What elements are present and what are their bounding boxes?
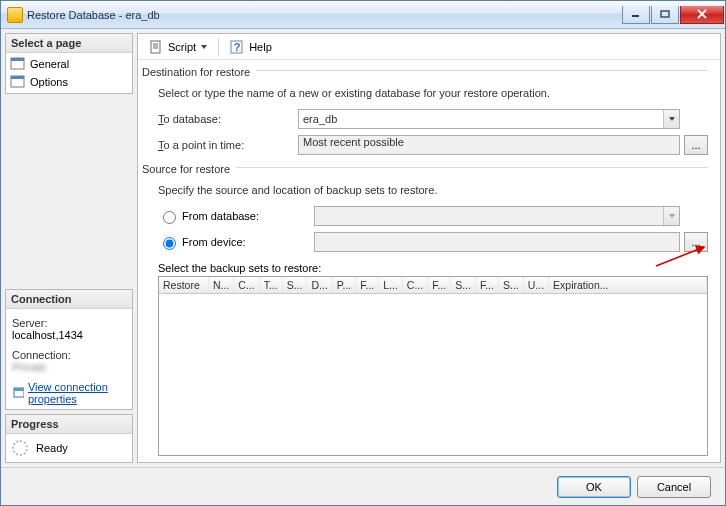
svg-rect-1 [661,11,669,17]
backup-sets-grid[interactable]: RestoreN...C...T...S...D...P...F...L...C… [158,276,708,456]
dropdown-button[interactable] [663,110,679,128]
link-icon [12,386,24,400]
dest-hint: Select or type the name of a new or exis… [158,87,708,99]
from-database-label: From database: [182,210,314,222]
help-label: Help [249,41,272,53]
grid-column-header[interactable]: C... [403,277,428,293]
from-database-radio[interactable] [163,211,176,224]
sidebar-item-options[interactable]: Options [6,73,132,91]
minimize-button[interactable] [622,6,650,24]
dest-section: Destination for restore [158,70,708,79]
from-device-label: From device: [182,236,314,248]
grid-column-header[interactable]: T... [260,277,283,293]
toolbar-separator [218,38,219,56]
to-database-value: era_db [303,113,337,125]
grid-column-header[interactable]: Expiration... [549,277,707,293]
to-database-row: To database: era_db [158,109,708,129]
main-panel: Script ? Help Destination for restore Se… [137,33,721,463]
progress-header: Progress [6,415,132,434]
window-title: Restore Database - era_db [27,9,160,21]
maximize-button[interactable] [651,6,679,24]
connection-panel: Connection Server: localhost,1434 Connec… [5,289,133,410]
grid-column-header[interactable]: Restore [159,277,209,293]
source-section-label: Source for restore [142,163,236,175]
dropdown-arrow-icon [200,43,208,51]
help-button[interactable]: ? Help [225,37,276,57]
grid-header: RestoreN...C...T...S...D...P...F...L...C… [159,277,707,294]
progress-spinner-icon [12,440,28,456]
from-device-row: From device: ... [158,232,708,252]
select-page-panel: Select a page General Options [5,33,133,94]
body: Select a page General Options Connection [1,29,725,467]
connection-body: Server: localhost,1434 Connection: Priva… [6,309,132,409]
server-value: localhost,1434 [12,329,126,341]
window: Restore Database - era_db Select a page … [0,0,726,506]
footer: OK Cancel [1,467,725,505]
app-icon [7,7,23,23]
content: Destination for restore Select or type t… [138,60,720,462]
help-icon: ? [229,39,245,55]
dropdown-button-disabled [663,207,679,225]
script-icon [148,39,164,55]
from-device-radio[interactable] [163,237,176,250]
sidebar-item-general[interactable]: General [6,55,132,73]
close-button[interactable] [680,6,724,24]
to-database-label: To database: [158,113,298,125]
grid-column-header[interactable]: N... [209,277,234,293]
to-database-combo[interactable]: era_db [298,109,680,129]
source-section: Source for restore [158,167,708,176]
sidebar-item-label: Options [30,76,68,88]
grid-column-header[interactable]: S... [451,277,476,293]
view-connection-link[interactable]: View connection properties [28,381,126,405]
page-icon [10,75,26,89]
grid-column-header[interactable]: L... [379,277,403,293]
page-icon [10,57,26,71]
grid-column-header[interactable]: F... [428,277,451,293]
to-point-browse-button[interactable]: ... [684,135,708,155]
dest-section-label: Destination for restore [142,66,256,78]
grid-column-header[interactable]: S... [499,277,524,293]
progress-status: Ready [36,442,68,454]
grid-column-header[interactable]: P... [333,277,356,293]
grid-column-header[interactable]: D... [307,277,332,293]
svg-rect-8 [151,41,160,53]
server-label: Server: [12,317,126,329]
to-point-row: To a point in time: Most recent possible… [158,135,708,155]
svg-text:?: ? [234,41,241,53]
grid-column-header[interactable]: F... [356,277,379,293]
grid-column-header[interactable]: U... [524,277,549,293]
script-label: Script [168,41,196,53]
svg-rect-0 [632,15,639,17]
sidebar-item-label: General [30,58,69,70]
window-buttons [622,6,725,24]
cancel-button[interactable]: Cancel [637,476,711,498]
ok-button[interactable]: OK [557,476,631,498]
to-point-label: To a point in time: [158,139,298,151]
grid-label: Select the backup sets to restore: [158,262,708,274]
svg-rect-7 [14,388,24,391]
progress-body: Ready [6,434,132,462]
sidebar: Select a page General Options Connection [5,33,133,463]
grid-column-header[interactable]: F... [476,277,499,293]
connection-label: Connection: [12,349,126,361]
progress-panel: Progress Ready [5,414,133,463]
from-device-field [314,232,680,252]
to-point-field: Most recent possible [298,135,680,155]
select-page-header: Select a page [6,34,132,53]
from-database-combo [314,206,680,226]
from-device-browse-button[interactable]: ... [684,232,708,252]
grid-column-header[interactable]: S... [283,277,308,293]
connection-value: Private [12,361,126,373]
script-button[interactable]: Script [144,37,212,57]
from-database-row: From database: [158,206,708,226]
titlebar: Restore Database - era_db [1,1,725,29]
page-list: General Options [6,53,132,93]
svg-rect-5 [11,76,24,79]
svg-rect-3 [11,58,24,61]
grid-column-header[interactable]: C... [234,277,259,293]
source-hint: Specify the source and location of backu… [158,184,708,196]
toolbar: Script ? Help [138,34,720,60]
connection-header: Connection [6,290,132,309]
connection-link-row: View connection properties [12,381,126,405]
